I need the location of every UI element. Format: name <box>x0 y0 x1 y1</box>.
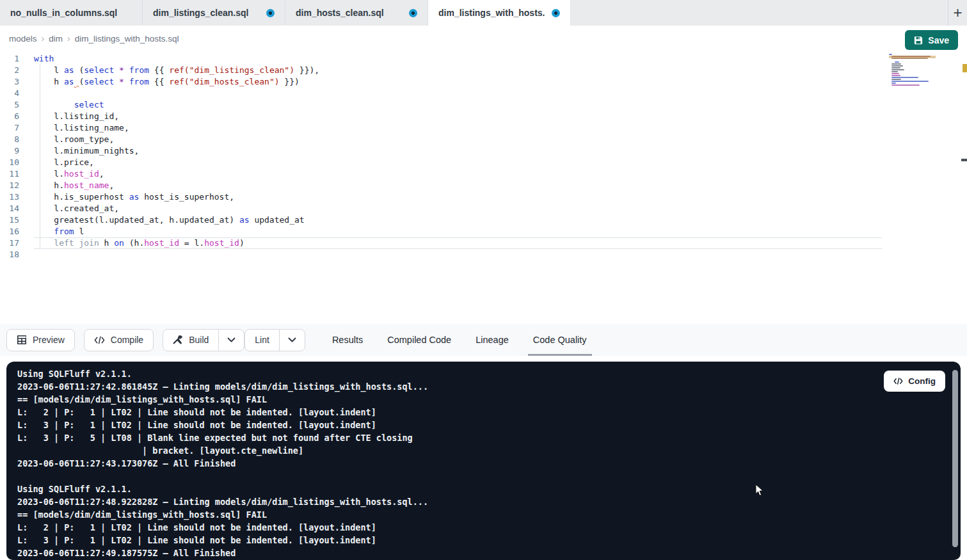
code-line[interactable] <box>34 88 882 99</box>
code-line[interactable]: l.created_at, <box>34 203 882 214</box>
minimap-line <box>891 77 918 78</box>
preview-button[interactable]: Preview <box>6 329 75 351</box>
tab-no-nulls-in-columns[interactable]: no_nulls_in_columns.sql <box>0 0 143 26</box>
tab-dim-listings-with-hosts[interactable]: dim_listings_with_hosts.sql <box>428 0 571 26</box>
tab-dim-listings-clean[interactable]: dim_listings_clean.sql <box>143 0 285 26</box>
tab-lineage[interactable]: Lineage <box>474 324 510 356</box>
minimap-line <box>891 71 897 72</box>
line-number: 18 <box>0 249 30 260</box>
line-number: 7 <box>0 122 30 134</box>
terminal-line: 2023-06-06T11:27:49.187575Z — All Finish… <box>17 547 428 559</box>
terminal-output: Using SQLFluff v2.1.1.2023-06-06T11:27:4… <box>17 367 428 559</box>
compile-label: Compile <box>111 335 143 345</box>
unsaved-dot-icon[interactable] <box>409 9 417 17</box>
line-number: 12 <box>0 180 30 191</box>
build-button[interactable]: Build <box>163 330 218 351</box>
code-token: {{ <box>149 77 169 86</box>
code-line[interactable]: h.host_name, <box>34 180 882 191</box>
line-number: 2 <box>0 65 30 76</box>
tab-code-quality[interactable]: Code Quality <box>532 324 588 356</box>
build-options-button[interactable] <box>218 330 244 351</box>
tab-label: Lineage <box>476 335 509 345</box>
code-line[interactable]: l.price, <box>34 157 882 168</box>
line-number: 5 <box>0 99 30 111</box>
minimap-line <box>891 65 902 67</box>
minimap-line <box>891 75 900 76</box>
save-button[interactable]: Save <box>905 30 958 50</box>
lint-options-button[interactable] <box>279 330 305 351</box>
code-token: from <box>54 227 74 236</box>
terminal-line: L: 2 | P: 1 | LT02 | Line should not be … <box>17 406 428 419</box>
code-token: updated_at <box>250 215 305 225</box>
code-line[interactable]: l.listing_name, <box>34 122 882 134</box>
code-token: select <box>84 65 114 75</box>
lint-button[interactable]: Lint <box>245 330 279 351</box>
tab-results[interactable]: Results <box>331 324 364 356</box>
code-token: as <box>239 215 250 225</box>
code-token: greatest(l.updated_at, h.updated_at) <box>34 215 239 225</box>
code-line[interactable] <box>34 249 882 260</box>
code-editor[interactable]: 123456789101112131415161718 with l as (s… <box>0 51 967 324</box>
code-line[interactable]: left join h on (h.host_id = l.host_id) <box>34 237 882 249</box>
new-tab-button[interactable]: + <box>948 0 967 26</box>
terminal-line: | bracket. [layout.cte_newline] <box>17 444 428 457</box>
overview-warning-marker <box>963 64 967 72</box>
minimap[interactable] <box>889 54 936 88</box>
code-line[interactable]: l.room_type, <box>34 134 882 145</box>
code-token: (h. <box>124 238 144 248</box>
code-line[interactable]: l.host_id, <box>34 168 882 180</box>
tab-compiled-code[interactable]: Compiled Code <box>386 324 452 356</box>
config-label: Config <box>908 376 936 386</box>
code-line[interactable]: l as (select * from {{ ref("dim_listings… <box>34 65 882 76</box>
panel-tabs: Results Compiled Code Lineage Code Quali… <box>331 324 588 356</box>
terminal-line: 2023-06-06T11:27:43.173076Z — All Finish… <box>17 457 428 470</box>
code-token: with <box>34 54 54 63</box>
code-line[interactable]: select <box>34 99 882 111</box>
unsaved-dot-icon[interactable] <box>266 9 275 17</box>
code-line[interactable]: with <box>34 53 882 65</box>
minimap-line <box>891 63 901 65</box>
code-token: from <box>129 65 149 75</box>
terminal[interactable]: Using SQLFluff v2.1.1.2023-06-06T11:27:4… <box>6 362 961 560</box>
code-line[interactable]: l.listing_id, <box>34 111 882 122</box>
code-token: h. <box>34 180 64 190</box>
plus-icon: + <box>953 4 962 22</box>
code-line[interactable]: l.minimum_nights, <box>34 145 882 157</box>
breadcrumb-models[interactable]: models <box>9 34 37 44</box>
code-token: l.listing_id, <box>34 111 119 121</box>
code-line[interactable]: h.is_superhost as host_is_superhost, <box>34 191 882 203</box>
minimap-line <box>891 58 927 59</box>
code-token: select <box>84 77 114 86</box>
terminal-line: == [models/dim/dim_listings_with_hosts.s… <box>17 508 428 521</box>
unsaved-dot-icon[interactable] <box>552 9 560 17</box>
code-token: h.is_superhost <box>34 192 129 202</box>
compile-button[interactable]: Compile <box>84 329 154 351</box>
code-line[interactable]: from l <box>34 226 882 237</box>
lint-split-button: Lint <box>244 329 305 351</box>
code-token: left join <box>54 238 99 248</box>
breadcrumb-dim[interactable]: dim <box>49 34 63 44</box>
breadcrumb-bar: models › dim › dim_listings_with_hosts.s… <box>0 26 967 51</box>
line-number: 6 <box>0 111 30 122</box>
chevron-right-icon: › <box>67 33 70 44</box>
code-line[interactable]: h as (select * from {{ ref("dim_hosts_cl… <box>34 76 882 88</box>
line-number: 11 <box>0 168 30 180</box>
terminal-scrollbar[interactable] <box>952 370 958 547</box>
breadcrumb-file[interactable]: dim_listings_with_hosts.sql <box>75 34 179 44</box>
code-brackets-icon <box>893 378 903 385</box>
code-token: l <box>74 227 84 236</box>
code-line[interactable]: greatest(l.updated_at, h.updated_at) as … <box>34 214 882 226</box>
minimap-line <box>891 83 896 84</box>
tab-label: Compiled Code <box>387 335 451 345</box>
terminal-line: 2023-06-06T11:27:42.861845Z — Linting mo… <box>17 380 428 393</box>
config-button[interactable]: Config <box>884 371 945 392</box>
build-split-button: Build <box>163 329 244 351</box>
tab-dim-hosts-clean[interactable]: dim_hosts_clean.sql <box>285 0 428 26</box>
terminal-line: L: 2 | P: 1 | LT02 | Line should not be … <box>17 521 428 534</box>
code-token: ref("dim_listings_clean") <box>169 65 294 75</box>
code-token: l.created_at, <box>34 204 119 213</box>
minimap-line <box>891 56 931 57</box>
code-token: h <box>34 77 64 86</box>
code-area[interactable]: with l as (select * from {{ ref("dim_lis… <box>30 51 882 324</box>
terminal-line: 2023-06-06T11:27:48.922828Z — Linting mo… <box>17 495 428 508</box>
